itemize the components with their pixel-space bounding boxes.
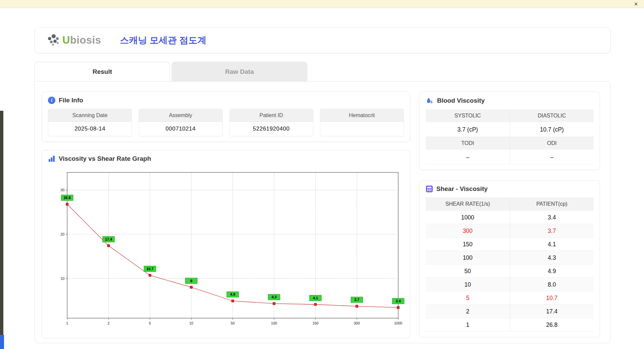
blood-viscosity-title: Blood Viscosity [437,97,485,104]
svg-text:50: 50 [231,321,235,325]
droplet-icon [426,97,434,105]
svg-text:26.8: 26.8 [64,196,71,200]
sv-patient: 4.3 [510,251,594,264]
blood-viscosity-card: Blood Viscosity SYSTOLIC DIASTOLIC 3.7 (… [419,92,600,170]
tab-raw-data[interactable]: Raw Data [172,62,307,81]
sv-patient: 8.0 [510,278,594,291]
svg-text:300: 300 [354,321,360,325]
shear-row: 300 3.7 [426,224,594,238]
svg-text:2: 2 [108,321,110,325]
shear-viscosity-card: Shear - Viscosity SHEAR RATE(1/s) PATIEN… [419,180,600,337]
svg-text:17.4: 17.4 [105,237,112,241]
sv-col-shear: SHEAR RATE(1/s) [426,197,510,211]
viscosity-chart: 1251050100150300100010203026.817.410.784… [48,167,404,333]
svg-text:1: 1 [66,321,68,325]
svg-text:10.7: 10.7 [146,267,153,271]
table-grid-icon [426,185,433,193]
graph-header: Viscosity vs Shear Rate Graph [48,155,404,162]
bv-value: – [426,150,510,164]
field-patient-id: Patient ID 52261920400 [229,109,313,136]
sv-shear: 1000 [426,211,510,224]
bar-chart-icon [48,155,55,162]
field-hematocrit: Hematocrit [320,109,404,136]
tab-bar: Result Raw Data [35,62,610,81]
file-info-header: i File Info [48,97,404,104]
field-value: 2025-08-14 [48,122,131,136]
viscosity-chart-svg: 1251050100150300100010203026.817.410.784… [48,167,404,333]
bv-label-row: TODI ODI [426,137,594,150]
app-header: Ubiosis 스캐닝 모세관 점도계 [35,27,610,53]
bv-label: ODI [510,137,594,150]
sv-shear: 5 [426,291,510,305]
field-scanning-date: Scanning Date 2025-08-14 [48,109,132,136]
sv-patient: 10.7 [510,291,594,305]
sv-shear: 2 [426,305,510,318]
shear-row: 1000 3.4 [426,211,594,224]
svg-text:10: 10 [60,277,64,281]
svg-text:5: 5 [149,321,151,325]
field-value: 52261920400 [230,122,313,136]
logo-dots-icon [46,33,61,47]
desktop-edge-strip [0,111,3,335]
file-info-title: File Info [59,97,83,104]
sv-patient: 4.1 [510,238,594,251]
sv-patient: 4.9 [510,264,594,278]
sv-shear: 300 [426,224,510,238]
svg-text:3.4: 3.4 [396,299,401,303]
bv-value-row: 3.7 (cP) 10.7 (cP) [426,122,594,137]
sv-col-patient: PATIENT(cp) [510,197,594,211]
shear-row: 10 8.0 [426,278,594,291]
bv-label-row: SYSTOLIC DIASTOLIC [426,109,594,122]
sv-shear: 150 [426,238,510,251]
svg-text:4.1: 4.1 [313,296,318,300]
field-label: Patient ID [230,109,313,122]
field-value [320,122,404,136]
file-info-fields: Scanning Date 2025-08-14 Assembly 000710… [48,109,404,136]
bv-value-row: – – [426,150,594,164]
sv-patient: 26.8 [510,318,594,332]
svg-text:4.9: 4.9 [230,292,235,296]
taskbar-fragment [0,335,4,349]
ubiosis-logo: Ubiosis [46,33,101,47]
shear-row: 2 17.4 [426,305,594,318]
bv-label: SYSTOLIC [426,109,510,122]
shear-viscosity-header: Shear - Viscosity [426,185,594,193]
field-label: Hematocrit [320,109,404,122]
sv-header-row: SHEAR RATE(1/s) PATIENT(cp) [426,197,594,211]
bv-value: 3.7 (cP) [426,122,510,137]
sv-shear: 50 [426,264,510,278]
svg-text:20: 20 [60,232,64,236]
field-label: Assembly [139,109,222,122]
page-title: 스캐닝 모세관 점도계 [120,34,206,46]
sv-patient: 3.7 [510,224,594,238]
logo-text: Ubiosis [62,34,101,46]
bv-label: TODI [426,137,510,150]
bv-label: DIASTOLIC [510,109,594,122]
app-window: Ubiosis 스캐닝 모세관 점도계 Result Raw Data i Fi… [3,8,644,349]
field-label: Scanning Date [48,109,131,122]
sv-shear: 10 [426,278,510,291]
shear-row: 50 4.9 [426,264,594,278]
left-column: i File Info Scanning Date 2025-08-14 Ass… [42,92,410,338]
close-button[interactable]: × [632,0,640,8]
blood-viscosity-header: Blood Viscosity [426,97,594,105]
shear-row: 1 26.8 [426,318,594,332]
shear-row: 150 4.1 [426,238,594,251]
shear-viscosity-title: Shear - Viscosity [436,185,488,193]
sv-patient: 17.4 [510,305,594,318]
svg-text:30: 30 [60,188,64,192]
sv-shear: 100 [426,251,510,264]
shear-row: 5 10.7 [426,291,594,305]
shear-viscosity-table: SHEAR RATE(1/s) PATIENT(cp) 1000 3.4 300… [426,197,594,332]
shear-row: 100 4.3 [426,251,594,264]
graph-card: Viscosity vs Shear Rate Graph 1251050100… [42,150,410,338]
svg-text:10: 10 [189,321,193,325]
svg-text:4.3: 4.3 [272,295,277,299]
tab-result[interactable]: Result [35,62,170,81]
field-value: 000710214 [139,122,222,136]
content-panel: i File Info Scanning Date 2025-08-14 Ass… [35,81,610,343]
right-column: Blood Viscosity SYSTOLIC DIASTOLIC 3.7 (… [419,92,600,338]
info-icon: i [48,97,55,104]
field-assembly: Assembly 000710214 [139,109,222,136]
blood-viscosity-table: SYSTOLIC DIASTOLIC 3.7 (cP) 10.7 (cP) TO… [426,109,594,164]
